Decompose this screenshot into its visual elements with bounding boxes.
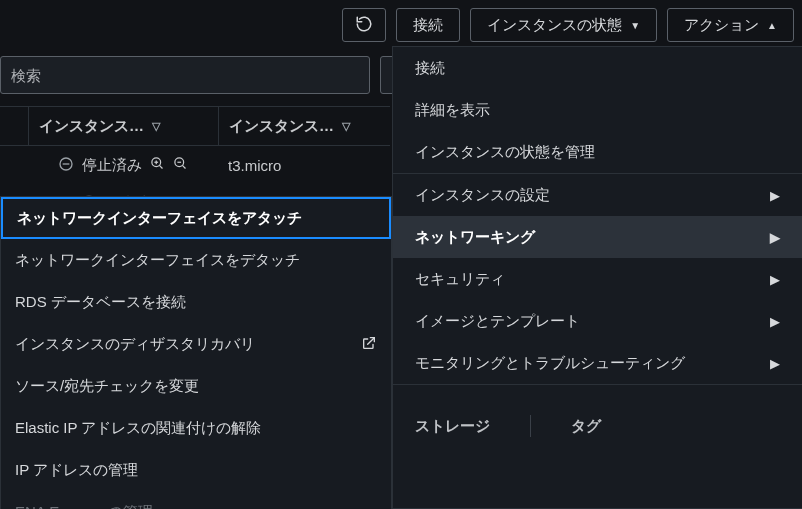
external-link-icon bbox=[361, 335, 377, 354]
caret-up-icon: ▲ bbox=[767, 20, 777, 31]
col-gutter bbox=[0, 107, 28, 145]
tab-storage[interactable]: ストレージ bbox=[415, 417, 490, 436]
refresh-icon bbox=[355, 15, 373, 36]
chevron-right-icon: ▶ bbox=[770, 272, 780, 287]
toolbar: 接続 インスタンスの状態 ▼ アクション ▲ bbox=[0, 8, 802, 44]
zoom-out-icon[interactable] bbox=[173, 156, 188, 174]
action-label: モニタリングとトラブルシューティング bbox=[415, 354, 685, 373]
instance-state-label: インスタンスの状態 bbox=[487, 16, 622, 35]
submenu-label: ネットワークインターフェイスをアタッチ bbox=[17, 209, 302, 228]
col-instance-1[interactable]: インスタンス… ▽ bbox=[28, 107, 218, 145]
submenu-rds[interactable]: RDS データベースを接続 bbox=[1, 281, 391, 323]
action-details[interactable]: 詳細を表示 bbox=[393, 89, 802, 131]
type-cell: t3.micro bbox=[218, 157, 390, 174]
detail-tabs: ストレージ タグ bbox=[393, 405, 802, 447]
chevron-right-icon: ▶ bbox=[770, 188, 780, 203]
action-networking[interactable]: ネットワーキング ▶ bbox=[393, 216, 802, 258]
chevron-right-icon: ▶ bbox=[770, 314, 780, 329]
submenu-label: ソース/宛先チェックを変更 bbox=[15, 377, 199, 396]
actions-button[interactable]: アクション ▲ bbox=[667, 8, 794, 42]
action-monitoring[interactable]: モニタリングとトラブルシューティング ▶ bbox=[393, 342, 802, 384]
caret-down-icon: ▼ bbox=[630, 20, 640, 31]
submenu-detach-eni[interactable]: ネットワークインターフェイスをデタッチ bbox=[1, 239, 391, 281]
action-label: インスタンスの設定 bbox=[415, 186, 550, 205]
submenu-label: ENA Express の管理 bbox=[15, 503, 153, 510]
submenu-attach-eni[interactable]: ネットワークインターフェイスをアタッチ bbox=[1, 197, 391, 239]
action-manage-state[interactable]: インスタンスの状態を管理 bbox=[393, 131, 802, 173]
refresh-button[interactable] bbox=[342, 8, 386, 42]
chevron-right-icon: ▶ bbox=[770, 230, 780, 245]
submenu-src-dest[interactable]: ソース/宛先チェックを変更 bbox=[1, 365, 391, 407]
action-label: イメージとテンプレート bbox=[415, 312, 580, 331]
submenu-eip[interactable]: Elastic IP アドレスの関連付けの解除 bbox=[1, 407, 391, 449]
instance-state-button[interactable]: インスタンスの状態 ▼ bbox=[470, 8, 657, 42]
action-image-template[interactable]: イメージとテンプレート ▶ bbox=[393, 300, 802, 342]
action-security[interactable]: セキュリティ ▶ bbox=[393, 258, 802, 300]
submenu-dr[interactable]: インスタンスのディザスタリカバリ bbox=[1, 323, 391, 365]
col-label: インスタンス… bbox=[229, 117, 334, 136]
svg-line-7 bbox=[182, 165, 185, 168]
submenu-label: RDS データベースを接続 bbox=[15, 293, 186, 312]
connect-label: 接続 bbox=[413, 16, 443, 35]
connect-button[interactable]: 接続 bbox=[396, 8, 460, 42]
stopped-icon bbox=[58, 156, 74, 175]
action-label: 詳細を表示 bbox=[415, 101, 490, 120]
submenu-ena: ENA Express の管理 bbox=[1, 491, 391, 509]
action-settings[interactable]: インスタンスの設定 ▶ bbox=[393, 174, 802, 216]
action-label: ネットワーキング bbox=[415, 228, 535, 247]
actions-menu: 接続 詳細を表示 インスタンスの状態を管理 インスタンスの設定 ▶ ネットワーキ… bbox=[392, 46, 802, 509]
submenu-label: Elastic IP アドレスの関連付けの解除 bbox=[15, 419, 261, 438]
search-input[interactable] bbox=[0, 56, 370, 94]
action-label: 接続 bbox=[415, 59, 445, 78]
tab-divider bbox=[530, 415, 531, 437]
table-row[interactable]: 停止済み t3.micro bbox=[0, 146, 390, 184]
zoom-in-icon[interactable] bbox=[150, 156, 165, 174]
action-connect[interactable]: 接続 bbox=[393, 47, 802, 89]
status-cell: 停止済み bbox=[82, 156, 142, 175]
chevron-right-icon: ▶ bbox=[770, 356, 780, 371]
submenu-label: ネットワークインターフェイスをデタッチ bbox=[15, 251, 300, 270]
table-header: インスタンス… ▽ インスタンス… ▽ bbox=[0, 106, 390, 146]
actions-label: アクション bbox=[684, 16, 759, 35]
action-label: セキュリティ bbox=[415, 270, 505, 289]
svg-line-3 bbox=[159, 165, 162, 168]
submenu-label: IP アドレスの管理 bbox=[15, 461, 138, 480]
submenu-label: インスタンスのディザスタリカバリ bbox=[15, 335, 255, 354]
col-instance-2[interactable]: インスタンス… ▽ bbox=[218, 107, 390, 145]
action-label: インスタンスの状態を管理 bbox=[415, 143, 595, 162]
col-label: インスタンス… bbox=[39, 117, 144, 136]
filter-icon: ▽ bbox=[152, 120, 160, 133]
tab-tags[interactable]: タグ bbox=[571, 417, 601, 436]
networking-submenu: ネットワークインターフェイスをアタッチ ネットワークインターフェイスをデタッチ … bbox=[0, 196, 392, 509]
submenu-ip-mgmt[interactable]: IP アドレスの管理 bbox=[1, 449, 391, 491]
filter-icon: ▽ bbox=[342, 120, 350, 133]
